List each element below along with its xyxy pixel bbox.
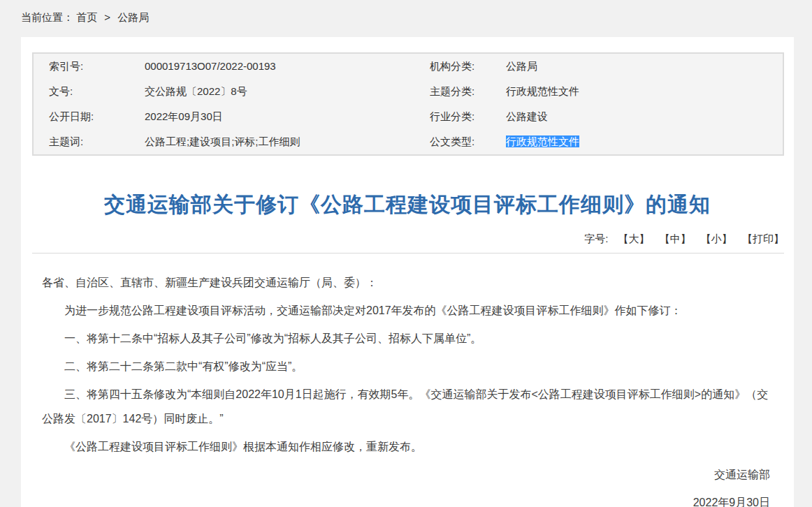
meta-value-doc-number: 交公路规〔2022〕8号 — [145, 79, 414, 104]
revision-1-paragraph: 一、将第十二条中“招标人及其子公司”修改为“招标人及其子公司、招标人下属单位”。 — [42, 326, 770, 351]
meta-value-industry: 公路建设 — [506, 104, 783, 129]
meta-value-publish-date: 2022年09月30日 — [145, 104, 414, 129]
font-size-toolbar: 字号: 【大】 【中】 【小】 【打印】 — [32, 233, 784, 254]
meta-value-topic-category: 行政规范性文件 — [506, 79, 783, 104]
meta-label-industry: 行业分类: — [414, 104, 506, 129]
content-panel: 索引号: 000019713O07/2022-00193 机构分类: 公路局 文… — [21, 37, 794, 507]
doc-type-highlighted-text: 行政规范性文件 — [506, 135, 579, 147]
meta-value-keywords: 公路工程;建设项目;评标;工作细则 — [145, 129, 414, 154]
meta-label-doc-number: 文号: — [34, 79, 145, 104]
document-meta-table: 索引号: 000019713O07/2022-00193 机构分类: 公路局 文… — [32, 52, 784, 156]
meta-value-doc-type: 行政规范性文件 — [506, 129, 783, 154]
breadcrumb-home-link[interactable]: 首页 — [76, 11, 97, 23]
print-button[interactable]: 【打印】 — [742, 233, 784, 244]
breadcrumb-label: 当前位置： — [21, 11, 73, 23]
meta-label-org-category: 机构分类: — [414, 54, 506, 79]
revision-2-paragraph: 二、将第二十二条第二款中“有权”修改为“应当”。 — [42, 354, 770, 379]
breadcrumb-current-link[interactable]: 公路局 — [117, 11, 149, 23]
meta-value-org-category: 公路局 — [506, 54, 783, 79]
breadcrumb: 当前位置： 首页 > 公路局 — [0, 0, 812, 37]
meta-label-keywords: 主题词: — [34, 129, 145, 154]
document-title: 交通运输部关于修订《公路工程建设项目评标工作细则》的通知 — [49, 191, 766, 219]
font-size-label: 字号: — [584, 233, 608, 244]
signature: 交通运输部 — [42, 462, 770, 487]
meta-label-topic-category: 主题分类: — [414, 79, 506, 104]
meta-label-index-number: 索引号: — [34, 54, 145, 79]
page: 当前位置： 首页 > 公路局 索引号: 000019713O07/2022-00… — [0, 0, 812, 507]
meta-label-doc-type: 公文类型: — [414, 129, 506, 154]
salutation-paragraph: 各省、自治区、直辖市、新疆生产建设兵团交通运输厅（局、委）： — [42, 270, 770, 295]
font-large-button[interactable]: 【大】 — [618, 233, 649, 244]
closing-paragraph: 《公路工程建设项目评标工作细则》根据本通知作相应修改，重新发布。 — [42, 434, 770, 459]
font-small-button[interactable]: 【小】 — [701, 233, 732, 244]
article-body: 各省、自治区、直辖市、新疆生产建设兵团交通运输厅（局、委）： 为进一步规范公路工… — [21, 254, 794, 507]
meta-label-publish-date: 公开日期: — [34, 104, 145, 129]
font-medium-button[interactable]: 【中】 — [660, 233, 691, 244]
meta-value-index-number: 000019713O07/2022-00193 — [145, 54, 414, 79]
revision-3-paragraph: 三、将第四十五条修改为“本细则自2022年10月1日起施行，有效期5年。《交通运… — [42, 382, 770, 431]
signature-date: 2022年9月30日 — [42, 490, 770, 507]
breadcrumb-separator: > — [104, 11, 110, 23]
intro-paragraph: 为进一步规范公路工程建设项目评标活动，交通运输部决定对2017年发布的《公路工程… — [42, 298, 770, 323]
